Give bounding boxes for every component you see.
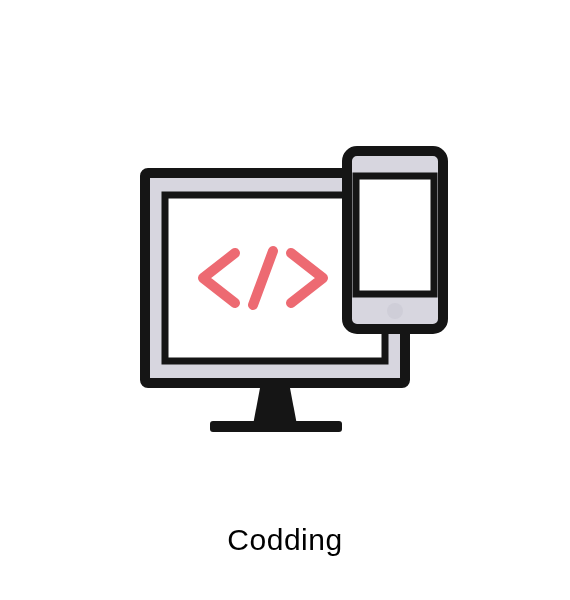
svg-rect-5 bbox=[356, 176, 434, 294]
svg-rect-2 bbox=[210, 421, 342, 432]
caption-label: Codding bbox=[227, 523, 342, 557]
coding-icon bbox=[0, 43, 570, 543]
svg-point-6 bbox=[387, 303, 403, 319]
